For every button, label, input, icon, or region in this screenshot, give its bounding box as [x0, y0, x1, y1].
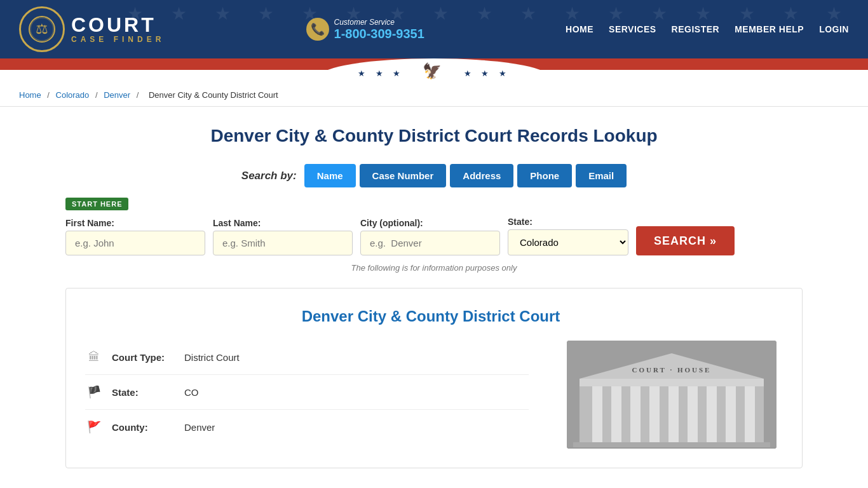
search-button[interactable]: SEARCH »: [636, 226, 735, 255]
city-label: City (optional):: [360, 218, 500, 228]
svg-rect-15: [580, 379, 764, 386]
breadcrumb-sep-1: /: [47, 90, 51, 100]
court-type-label: Court Type:: [112, 352, 175, 363]
phone-icon: 📞: [306, 18, 329, 41]
customer-service: 📞 Customer Service 1-800-309-9351: [306, 18, 424, 41]
state-value: CO: [184, 387, 199, 398]
breadcrumb-denver[interactable]: Denver: [104, 90, 130, 100]
svg-rect-9: [668, 385, 679, 442]
nav-home[interactable]: HOME: [566, 24, 593, 34]
svg-rect-13: [745, 385, 755, 442]
cs-number: 1-800-309-9351: [334, 27, 424, 41]
court-type-value: District Court: [184, 352, 240, 363]
logo-court-label: COURT: [71, 15, 165, 35]
cs-text: Customer Service 1-800-309-9351: [334, 18, 424, 41]
court-type-icon: 🏛: [85, 351, 103, 364]
state-label: State:: [508, 217, 628, 227]
svg-rect-12: [726, 385, 736, 442]
page-title: Denver City & County District Court Reco…: [65, 126, 803, 146]
county-value: Denver: [184, 422, 215, 433]
tab-address[interactable]: Address: [450, 164, 513, 187]
state-group: State: Colorado Alabama California: [508, 217, 628, 255]
eagle-banner: ★ ★ ★ 🦅 ★ ★ ★: [0, 58, 868, 84]
last-name-input[interactable]: [213, 231, 353, 255]
breadcrumb: Home / Colorado / Denver / Denver City &…: [0, 84, 868, 107]
nav-login[interactable]: LOGIN: [819, 24, 849, 34]
court-info-row: 🏛 Court Type: District Court 🏴 State: CO…: [85, 341, 776, 449]
logo-link[interactable]: ⚖ COURT CASE FINDER: [19, 6, 165, 52]
courthouse-image: COURT · HOUSE: [567, 341, 776, 449]
search-by-row: Search by: Name Case Number Address Phon…: [65, 164, 803, 187]
state-icon: 🏴: [85, 385, 103, 399]
svg-rect-10: [688, 385, 698, 442]
eagle-banner-inner: ★ ★ ★ 🦅 ★ ★ ★: [320, 58, 548, 81]
breadcrumb-home[interactable]: Home: [19, 90, 41, 100]
logo-circle: ⚖: [19, 6, 65, 52]
courthouse-svg: COURT · HOUSE: [567, 341, 776, 449]
court-details: 🏛 Court Type: District Court 🏴 State: CO…: [85, 341, 529, 444]
search-by-label: Search by:: [241, 170, 297, 182]
last-name-label: Last Name:: [213, 218, 353, 228]
breadcrumb-sep-3: /: [137, 90, 141, 100]
info-note: The following is for information purpose…: [65, 263, 803, 273]
court-type-item: 🏛 Court Type: District Court: [85, 341, 529, 375]
court-state-item: 🏴 State: CO: [85, 375, 529, 410]
logo-icon: ⚖: [28, 15, 56, 43]
svg-rect-11: [707, 385, 717, 442]
last-name-group: Last Name:: [213, 218, 353, 255]
breadcrumb-current: Denver City & County District Court: [149, 90, 278, 100]
first-name-group: First Name:: [65, 218, 205, 255]
tab-case-number[interactable]: Case Number: [360, 164, 447, 187]
court-card-title: Denver City & County District Court: [85, 308, 776, 325]
state-label-detail: State:: [112, 387, 175, 398]
state-select[interactable]: Colorado Alabama California: [508, 229, 628, 255]
breadcrumb-colorado[interactable]: Colorado: [56, 90, 90, 100]
search-form: First Name: Last Name: City (optional): …: [65, 217, 803, 255]
logo-text: COURT CASE FINDER: [71, 15, 165, 44]
breadcrumb-sep-2: /: [95, 90, 100, 100]
cs-label: Customer Service: [334, 18, 424, 27]
svg-text:⚖: ⚖: [36, 21, 48, 37]
nav-services[interactable]: SERVICES: [609, 24, 656, 34]
city-group: City (optional):: [360, 218, 500, 255]
first-name-input[interactable]: [65, 231, 205, 255]
eagle-stars-left: ★ ★ ★ 🦅 ★ ★ ★: [358, 62, 510, 80]
start-here-badge: START HERE: [65, 198, 128, 210]
logo-case-finder-label: CASE FINDER: [71, 35, 165, 44]
county-label: County:: [112, 422, 175, 433]
county-icon: 🚩: [85, 420, 103, 434]
svg-rect-6: [611, 385, 621, 442]
svg-rect-18: [567, 447, 776, 449]
court-county-item: 🚩 County: Denver: [85, 410, 529, 444]
svg-rect-7: [630, 385, 641, 442]
court-card: Denver City & County District Court 🏛 Co…: [65, 288, 803, 468]
tab-email[interactable]: Email: [576, 164, 627, 187]
city-input[interactable]: [360, 231, 500, 255]
nav-member-help[interactable]: MEMBER HELP: [735, 24, 804, 34]
tab-phone[interactable]: Phone: [517, 164, 572, 187]
tab-name[interactable]: Name: [304, 164, 356, 187]
svg-text:COURT · HOUSE: COURT · HOUSE: [632, 366, 712, 374]
main-content: Denver City & County District Court Reco…: [53, 107, 815, 481]
nav-register[interactable]: REGISTER: [672, 24, 720, 34]
site-header: ⚖ COURT CASE FINDER 📞 Customer Service 1…: [0, 0, 868, 58]
svg-rect-5: [592, 385, 602, 442]
svg-rect-8: [649, 385, 660, 442]
main-nav: HOME SERVICES REGISTER MEMBER HELP LOGIN: [566, 24, 849, 34]
first-name-label: First Name:: [65, 218, 205, 228]
